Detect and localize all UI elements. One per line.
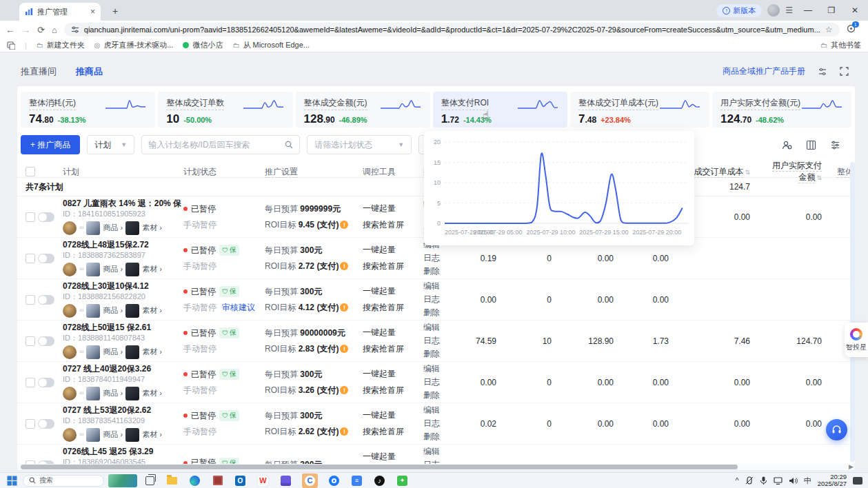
reload-button[interactable]: ⟳ — [37, 25, 45, 35]
start-button[interactable] — [7, 476, 17, 486]
delete-link[interactable]: 删除 — [423, 348, 459, 360]
plan-status-select[interactable]: 请筛选计划状态▼ — [307, 135, 412, 154]
bookmark-star-icon[interactable]: ☆ — [825, 25, 833, 34]
search-top-screen-link[interactable]: 搜索抢首屏 — [363, 219, 423, 231]
product-link[interactable]: 商品 › — [103, 224, 123, 232]
new-tab-button[interactable]: + — [109, 6, 121, 18]
new-version-button[interactable]: ↑新版本 — [716, 4, 762, 17]
edge-browser-taskbar-icon[interactable] — [188, 474, 201, 487]
scroll-right-arrow-icon[interactable]: ▶ — [849, 463, 854, 470]
warning-icon[interactable]: ! — [340, 221, 348, 229]
row-enable-toggle[interactable] — [38, 419, 54, 429]
col-user-paid[interactable]: 用户实际支付金额⇅ — [765, 160, 837, 183]
material-link[interactable]: 素材 › — [142, 307, 162, 314]
window-minimize-button[interactable]: — — [799, 6, 817, 15]
one-key-boost-link[interactable]: 一键起量 — [363, 451, 423, 462]
col-settings[interactable]: 推广设置 — [265, 166, 363, 178]
material-thumbnail[interactable] — [125, 428, 139, 442]
warning-icon[interactable]: ! — [340, 303, 348, 312]
search-top-screen-link[interactable]: 搜索抢首屏 — [363, 343, 423, 355]
vertical-scrollbar[interactable] — [850, 162, 855, 462]
task-view-button[interactable] — [145, 476, 154, 485]
col-status[interactable]: 计划状态 — [183, 166, 265, 178]
plan-search-box[interactable] — [141, 135, 300, 154]
material-link[interactable]: 素材 › — [142, 431, 162, 438]
metric-card[interactable]: 整体成交订单成本(元) 7.48 +23.84% — [570, 92, 709, 128]
apps-shortcut-icon[interactable] — [7, 41, 15, 50]
product-link[interactable]: 商品 › — [103, 389, 123, 397]
site-settings-icon[interactable] — [71, 26, 79, 34]
col-plan[interactable]: 计划 — [63, 166, 183, 178]
display-settings-icon[interactable] — [818, 67, 827, 77]
metric-card[interactable]: 整体成交金额(元) 128.90 -46.89% — [296, 92, 430, 128]
tab-product[interactable]: 推商品 — [76, 65, 103, 78]
row-checkbox[interactable] — [26, 212, 35, 222]
extension-icon[interactable]: 1 — [847, 24, 856, 35]
row-checkbox[interactable] — [26, 378, 35, 387]
material-thumbnail[interactable] — [125, 387, 139, 400]
sort-icon[interactable]: ⇅ — [816, 174, 822, 181]
metric-card[interactable]: 用户实际支付金额(元) 124.70 -48.62% — [712, 92, 851, 128]
row-checkbox[interactable] — [26, 419, 35, 429]
plan-name[interactable]: 0827 儿童雨衣 14% 退：20% 保：9.92 — [63, 199, 183, 207]
search-top-screen-link[interactable]: 搜索抢首屏 — [363, 426, 423, 438]
product-link[interactable]: 商品 › — [103, 265, 123, 273]
row-enable-toggle[interactable] — [38, 378, 54, 387]
review-suggestion-link[interactable]: 审核建议 — [222, 302, 255, 314]
product-link[interactable]: 商品 › — [103, 307, 123, 314]
warning-icon[interactable]: ! — [340, 427, 348, 436]
tray-expand-icon[interactable]: ^ — [736, 476, 739, 485]
log-link[interactable]: 日志 — [423, 335, 459, 347]
plan-search-input[interactable] — [148, 140, 281, 150]
search-icon[interactable] — [285, 141, 293, 149]
edit-link[interactable]: 编辑 — [423, 446, 459, 458]
qianchuan-taskbar-icon[interactable]: C — [302, 474, 318, 488]
taskbar-clock[interactable]: 20:29 2025/8/27 — [818, 474, 847, 488]
product-manual-link[interactable]: 商品全域推广产品手册 — [723, 65, 805, 77]
material-thumbnail[interactable] — [125, 345, 139, 359]
delete-link[interactable]: 删除 — [423, 307, 459, 318]
app-store-taskbar-icon[interactable] — [211, 474, 224, 487]
sort-icon[interactable]: ⇅ — [745, 169, 750, 176]
one-key-boost-link[interactable]: 一键起量 — [363, 368, 423, 380]
metric-card[interactable]: 整体支付ROI 1.72 -14.43% — [433, 92, 567, 128]
one-key-boost-link[interactable]: 一键起量 — [363, 327, 423, 338]
browser-tab[interactable]: 推广管理 × — [19, 3, 101, 21]
mouse-device-icon[interactable] — [745, 476, 754, 485]
edit-link[interactable]: 编辑 — [423, 363, 459, 375]
row-checkbox[interactable] — [26, 254, 35, 263]
custom-audience-icon[interactable] — [782, 140, 792, 150]
one-key-boost-link[interactable]: 一键起量 — [363, 409, 423, 421]
one-key-boost-link[interactable]: 一键起量 — [363, 285, 423, 297]
search-top-screen-link[interactable]: 搜索抢首屏 — [363, 261, 423, 272]
network-display-icon[interactable] — [774, 477, 783, 485]
material-link[interactable]: 素材 › — [142, 224, 162, 232]
browser-circle-taskbar-icon[interactable] — [327, 474, 341, 487]
browser-profile-avatar[interactable] — [767, 4, 780, 17]
material-link[interactable]: 素材 › — [142, 265, 162, 273]
log-link[interactable]: 日志 — [423, 252, 459, 264]
tab-live-room[interactable]: 推直播间 — [21, 65, 57, 78]
delete-link[interactable]: 删除 — [423, 389, 459, 401]
delete-link[interactable]: 删除 — [423, 431, 459, 443]
remote-app-taskbar-icon[interactable] — [279, 474, 292, 487]
product-thumbnail[interactable] — [86, 263, 100, 276]
plan-name[interactable]: 0728线上48退15保2.72 — [63, 241, 183, 249]
material-thumbnail[interactable] — [125, 221, 139, 235]
custom-columns-icon[interactable] — [806, 140, 816, 150]
wechat-store-taskbar-icon[interactable]: ✦ — [396, 474, 409, 487]
product-thumbnail[interactable] — [86, 304, 100, 318]
product-link[interactable]: 商品 › — [103, 431, 123, 438]
file-explorer-taskbar-icon[interactable] — [165, 474, 179, 487]
edit-link[interactable]: 编辑 — [423, 405, 459, 416]
warning-icon[interactable]: ! — [340, 386, 348, 394]
warning-icon[interactable]: ! — [340, 345, 348, 353]
log-link[interactable]: 日志 — [423, 294, 459, 305]
product-thumbnail[interactable] — [86, 221, 100, 235]
material-thumbnail[interactable] — [125, 304, 139, 318]
material-link[interactable]: 素材 › — [142, 348, 162, 356]
row-enable-toggle[interactable] — [38, 295, 54, 305]
url-bar[interactable]: qianchuan.jinritemai.com/uni-prom?aavid=… — [64, 23, 840, 37]
plan-name[interactable]: 0726线上45 退25 保3.29 — [63, 447, 183, 456]
plan-name[interactable]: 0727 线上40退20保3.26 — [63, 365, 183, 373]
